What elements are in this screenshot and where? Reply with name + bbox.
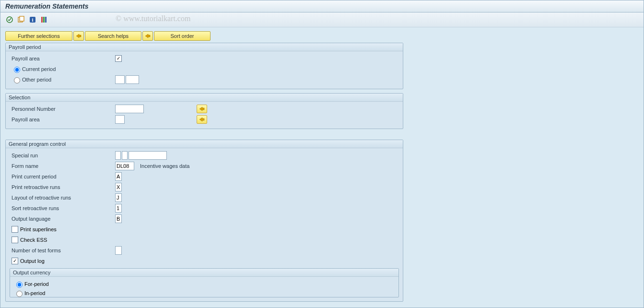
payroll-area-label: Payroll area <box>10 56 115 61</box>
svg-rect-2 <box>20 16 24 21</box>
special-run-field1[interactable] <box>115 151 121 160</box>
selection-title: Selection <box>6 94 403 102</box>
search-helps-arrow[interactable] <box>73 31 84 41</box>
special-run-label: Special run <box>10 153 115 158</box>
current-period-label: Current period <box>22 66 56 72</box>
form-name-field[interactable] <box>115 162 134 170</box>
output-currency-title: Output currency <box>10 269 398 277</box>
special-run-field2[interactable] <box>122 151 128 160</box>
info-icon[interactable]: i <box>28 15 37 24</box>
sel-payroll-area-field[interactable] <box>115 115 125 124</box>
payroll-area-checkbox[interactable]: ✓ <box>115 55 122 62</box>
svg-marker-10 <box>199 107 204 111</box>
personnel-number-field[interactable] <box>115 105 144 113</box>
content-area: Further selections Search helps Sort ord… <box>0 27 644 308</box>
svg-marker-9 <box>145 34 150 38</box>
payroll-period-title: Payroll period <box>6 43 403 51</box>
for-period-option[interactable]: For-period <box>14 280 49 288</box>
sel-payroll-area-label: Payroll area <box>10 117 115 122</box>
layout-retro-label: Layout of retroactive runs <box>10 195 115 201</box>
current-period-option[interactable]: Current period <box>10 65 115 73</box>
other-period-radio[interactable] <box>14 77 20 83</box>
check-ess-label: Check ESS <box>20 237 47 243</box>
num-test-forms-label: Number of test forms <box>10 248 115 253</box>
variant-icon[interactable] <box>17 15 25 24</box>
payroll-period-group: Payroll period Payroll area ✓ Current pe… <box>5 43 403 89</box>
watermark-text: © www.tutorialkart.com <box>116 14 190 23</box>
special-run-field3[interactable] <box>129 151 167 160</box>
sort-order-button[interactable]: Sort order <box>154 31 211 41</box>
selection-tabs: Further selections Search helps Sort ord… <box>5 31 639 41</box>
current-period-radio[interactable] <box>14 67 20 73</box>
execute-icon[interactable] <box>5 15 14 24</box>
in-period-option[interactable]: In-period <box>14 289 45 297</box>
sort-order-arrow[interactable] <box>142 31 153 41</box>
sort-retro-field[interactable] <box>115 204 122 213</box>
other-period-field2[interactable] <box>126 75 139 84</box>
palette-icon[interactable] <box>40 15 48 24</box>
print-current-period-field[interactable] <box>115 172 122 181</box>
page-title: Remuneration Statements <box>0 0 644 12</box>
gpc-title: General program control <box>6 140 403 148</box>
other-period-option[interactable]: Other period <box>10 76 115 83</box>
svg-rect-5 <box>41 17 43 23</box>
print-superlines-checkbox[interactable] <box>12 226 18 233</box>
layout-retro-field[interactable] <box>115 193 122 202</box>
form-name-desc: Incentive wages data <box>140 163 189 169</box>
print-retro-field[interactable] <box>115 183 122 191</box>
search-helps-button[interactable]: Search helps <box>85 31 141 41</box>
print-current-period-label: Print current period <box>10 174 115 179</box>
other-period-field1[interactable] <box>115 75 125 84</box>
check-ess-checkbox[interactable] <box>12 237 18 243</box>
output-log-label: Output log <box>20 258 45 264</box>
print-retro-label: Print retroactive runs <box>10 184 115 190</box>
svg-marker-8 <box>76 34 81 38</box>
for-period-label: For-period <box>24 281 49 287</box>
in-period-label: In-period <box>24 290 45 296</box>
output-language-field[interactable] <box>115 214 122 223</box>
svg-rect-6 <box>43 17 45 23</box>
selection-group: Selection Personnel Number Payroll area <box>5 93 403 129</box>
for-period-radio[interactable] <box>16 282 23 288</box>
svg-marker-11 <box>199 118 204 121</box>
app-toolbar: i © www.tutorialkart.com <box>0 12 644 27</box>
num-test-forms-field[interactable] <box>115 246 122 255</box>
further-selections-button[interactable]: Further selections <box>5 31 72 41</box>
print-superlines-label: Print superlines <box>20 226 57 232</box>
svg-rect-7 <box>45 17 47 23</box>
personnel-number-multi-icon[interactable] <box>197 105 207 113</box>
in-period-radio[interactable] <box>16 291 23 297</box>
svg-text:i: i <box>32 17 33 23</box>
other-period-label: Other period <box>22 77 51 83</box>
app-window: Remuneration Statements i © www.tutorial… <box>0 0 644 308</box>
gpc-group: General program control Special run Form… <box>5 140 403 302</box>
form-name-label: Form name <box>10 163 115 169</box>
output-log-checkbox[interactable]: ✓ <box>12 258 18 264</box>
sel-payroll-area-multi-icon[interactable] <box>197 115 207 124</box>
personnel-number-label: Personnel Number <box>10 106 115 112</box>
output-language-label: Output language <box>10 216 115 222</box>
sort-retro-label: Sort retroactive runs <box>10 205 115 211</box>
output-currency-group: Output currency For-period In-period <box>10 268 399 297</box>
